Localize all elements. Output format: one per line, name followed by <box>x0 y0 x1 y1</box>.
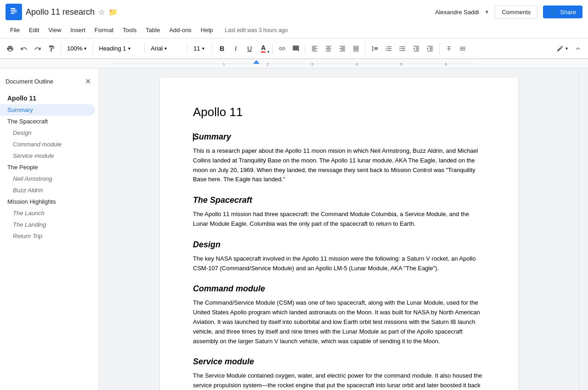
svg-text:1: 1 <box>223 62 225 67</box>
comments-button[interactable]: Comments <box>495 6 537 19</box>
app-icon[interactable] <box>6 4 22 20</box>
redo-button[interactable] <box>31 42 44 55</box>
svg-rect-0 <box>11 8 15 10</box>
link-button[interactable] <box>276 42 288 55</box>
outline-item-the-landing[interactable]: The Landing <box>0 219 95 230</box>
italic-button[interactable]: I <box>229 42 242 55</box>
outline-items: Apollo 11SummaryThe SpacecraftDesignComm… <box>0 92 99 242</box>
folder-icon[interactable]: 📁 <box>108 8 118 17</box>
decrease-indent-button[interactable] <box>410 42 423 55</box>
size-select[interactable]: 11 ▾ <box>190 42 209 55</box>
outline-item-mission-highlights[interactable]: MIssion Highlights <box>0 196 95 207</box>
outline-item-command-module[interactable]: Command module <box>0 139 95 150</box>
underline-button[interactable]: U <box>243 42 256 55</box>
outline-item-summary[interactable]: Summary <box>0 104 95 116</box>
outline-item-return-trip[interactable]: Return Trip <box>0 230 95 242</box>
section-content-spacecraft[interactable]: The Apollo 11 mission had three spacecra… <box>193 210 485 229</box>
section-content-service-module[interactable]: The Service Module contained oxygen, wat… <box>193 371 485 390</box>
zoom-caret-icon: ▾ <box>84 46 86 51</box>
paint-format-button[interactable] <box>45 42 58 55</box>
text-color-button[interactable]: A ▾ <box>257 42 270 55</box>
align-left-button[interactable] <box>308 42 321 55</box>
svg-rect-1 <box>11 10 17 11</box>
doc-heading-title: Apollo 11 <box>193 105 485 119</box>
ruler: 1 2 3 4 5 6 7 <box>0 59 588 68</box>
undo-button[interactable] <box>17 42 30 55</box>
section-content-summary[interactable]: This is a research paper about the Apoll… <box>193 146 485 184</box>
size-caret-icon: ▾ <box>202 46 204 51</box>
menu-table[interactable]: Table <box>141 25 164 35</box>
document-outline-sidebar: Document Outline ✕ Apollo 11SummaryThe S… <box>0 68 99 390</box>
outline-item-the-spacecraft[interactable]: The Spacecraft <box>0 116 95 127</box>
bold-button[interactable]: B <box>215 42 228 55</box>
clear-format-button[interactable]: T <box>442 42 455 55</box>
style-select[interactable]: Heading 1 ▾ <box>96 42 141 55</box>
section-heading-service-module: Service module <box>193 357 485 367</box>
main-area: Document Outline ✕ Apollo 11SummaryThe S… <box>0 68 588 390</box>
font-select[interactable]: Arial ▾ <box>147 42 184 55</box>
align-center-button[interactable] <box>322 42 335 55</box>
outline-item-the-people[interactable]: The People <box>0 162 95 173</box>
section-heading-spacecraft: The Spacecraft <box>193 195 485 205</box>
svg-marker-12 <box>253 60 260 64</box>
outline-item-design[interactable]: Design <box>0 127 95 139</box>
collapse-sidebar-button[interactable] <box>571 42 584 55</box>
outline-item-apollo-11[interactable]: Apollo 11 <box>0 92 95 104</box>
line-spacing-button[interactable] <box>368 42 381 55</box>
user-name: Alexandre Saddi <box>435 9 479 16</box>
zoom-select[interactable]: 100% ▾ <box>64 42 90 55</box>
sidebar-title: Document Outline <box>6 78 53 85</box>
section-heading-summary: Summary <box>193 132 485 142</box>
svg-text:6: 6 <box>445 62 447 67</box>
outline-item-the-launch[interactable]: The Launch <box>0 207 95 219</box>
doc-page: Apollo 11 Summary This is a research pap… <box>160 78 518 390</box>
menu-bar: File Edit View Insert Format Tools Table… <box>0 22 588 39</box>
text-color-caret-icon: ▾ <box>267 50 270 54</box>
section-content-command-module[interactable]: The Command/Service Module (CSM) was one… <box>193 298 485 346</box>
outline-item-neil-armstrong[interactable]: Neil Armstrong <box>0 173 95 184</box>
menu-file[interactable]: File <box>6 25 24 35</box>
numbered-list-button[interactable] <box>382 42 395 55</box>
options-button[interactable] <box>456 42 469 55</box>
outline-item-service-module[interactable]: Service module <box>0 150 95 162</box>
user-caret-icon: ▼ <box>485 9 490 15</box>
font-caret-icon: ▾ <box>164 46 167 51</box>
svg-text:5: 5 <box>400 62 402 67</box>
svg-text:2: 2 <box>266 62 269 67</box>
svg-text:3: 3 <box>311 62 313 67</box>
right-panel <box>579 68 588 390</box>
menu-insert[interactable]: Insert <box>66 25 90 35</box>
share-button[interactable]: 👤 Share <box>543 6 582 18</box>
align-right-button[interactable] <box>336 42 349 55</box>
star-icon[interactable]: ☆ <box>98 8 105 17</box>
svg-text:4: 4 <box>356 62 358 67</box>
outline-item-buzz-aldrin[interactable]: Buzz Aldrin <box>0 184 95 196</box>
print-button[interactable] <box>4 42 17 55</box>
share-person-icon: 👤 <box>549 8 557 16</box>
justify-button[interactable] <box>350 42 362 55</box>
menu-view[interactable]: View <box>44 25 66 35</box>
section-heading-design: Design <box>193 240 485 250</box>
menu-edit[interactable]: Edit <box>24 25 44 35</box>
add-comment-button[interactable] <box>289 42 302 55</box>
increase-indent-button[interactable] <box>424 42 436 55</box>
close-sidebar-button[interactable]: ✕ <box>82 76 93 87</box>
menu-addons[interactable]: Add-ons <box>164 25 196 35</box>
toolbar: 100% ▾ Heading 1 ▾ Arial ▾ 11 ▾ B I U A <box>0 39 588 59</box>
document-area: Apollo 11 Summary This is a research pap… <box>99 68 579 390</box>
bullet-list-button[interactable] <box>396 42 409 55</box>
section-content-design[interactable]: The key NASA spacecraft involved in the … <box>193 254 485 273</box>
menu-format[interactable]: Format <box>90 25 118 35</box>
style-caret-icon: ▾ <box>128 46 130 51</box>
svg-rect-2 <box>11 11 17 12</box>
menu-tools[interactable]: Tools <box>118 25 141 35</box>
edit-mode-button[interactable]: ▾ <box>554 42 571 55</box>
document-title: Apollo 11 research <box>26 7 95 17</box>
svg-rect-3 <box>11 13 14 14</box>
last-edit-text: Last edit was 3 hours ago <box>225 27 288 33</box>
menu-help[interactable]: Help <box>196 25 218 35</box>
edit-mode-caret-icon: ▾ <box>565 46 568 51</box>
section-heading-command-module: Command module <box>193 284 485 294</box>
